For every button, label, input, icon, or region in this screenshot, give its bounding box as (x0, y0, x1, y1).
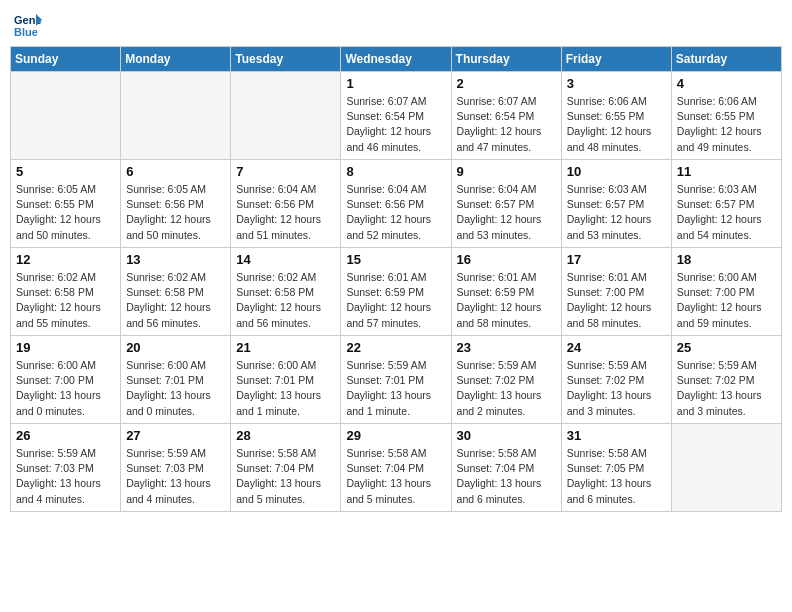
day-info: Sunrise: 5:59 AM Sunset: 7:01 PM Dayligh… (346, 358, 445, 419)
weekday-header-friday: Friday (561, 47, 671, 72)
day-info: Sunrise: 6:00 AM Sunset: 7:00 PM Dayligh… (16, 358, 115, 419)
calendar-cell: 21Sunrise: 6:00 AM Sunset: 7:01 PM Dayli… (231, 336, 341, 424)
day-number: 4 (677, 76, 776, 91)
calendar-cell: 5Sunrise: 6:05 AM Sunset: 6:55 PM Daylig… (11, 160, 121, 248)
day-number: 25 (677, 340, 776, 355)
day-number: 30 (457, 428, 556, 443)
day-info: Sunrise: 6:03 AM Sunset: 6:57 PM Dayligh… (677, 182, 776, 243)
day-info: Sunrise: 5:58 AM Sunset: 7:05 PM Dayligh… (567, 446, 666, 507)
calendar-cell: 29Sunrise: 5:58 AM Sunset: 7:04 PM Dayli… (341, 424, 451, 512)
calendar-cell: 13Sunrise: 6:02 AM Sunset: 6:58 PM Dayli… (121, 248, 231, 336)
calendar-cell: 23Sunrise: 5:59 AM Sunset: 7:02 PM Dayli… (451, 336, 561, 424)
day-number: 31 (567, 428, 666, 443)
calendar-cell (121, 72, 231, 160)
logo-icon: General Blue (14, 10, 42, 38)
day-info: Sunrise: 6:04 AM Sunset: 6:56 PM Dayligh… (346, 182, 445, 243)
calendar-cell (231, 72, 341, 160)
day-number: 19 (16, 340, 115, 355)
day-info: Sunrise: 5:58 AM Sunset: 7:04 PM Dayligh… (457, 446, 556, 507)
calendar-cell: 19Sunrise: 6:00 AM Sunset: 7:00 PM Dayli… (11, 336, 121, 424)
day-number: 15 (346, 252, 445, 267)
calendar-week-4: 19Sunrise: 6:00 AM Sunset: 7:00 PM Dayli… (11, 336, 782, 424)
day-number: 3 (567, 76, 666, 91)
day-info: Sunrise: 6:00 AM Sunset: 7:01 PM Dayligh… (236, 358, 335, 419)
day-info: Sunrise: 5:58 AM Sunset: 7:04 PM Dayligh… (236, 446, 335, 507)
calendar-cell: 17Sunrise: 6:01 AM Sunset: 7:00 PM Dayli… (561, 248, 671, 336)
weekday-header-tuesday: Tuesday (231, 47, 341, 72)
calendar-cell: 12Sunrise: 6:02 AM Sunset: 6:58 PM Dayli… (11, 248, 121, 336)
day-number: 7 (236, 164, 335, 179)
day-number: 11 (677, 164, 776, 179)
calendar-cell: 10Sunrise: 6:03 AM Sunset: 6:57 PM Dayli… (561, 160, 671, 248)
calendar-cell: 2Sunrise: 6:07 AM Sunset: 6:54 PM Daylig… (451, 72, 561, 160)
calendar-cell: 18Sunrise: 6:00 AM Sunset: 7:00 PM Dayli… (671, 248, 781, 336)
day-number: 13 (126, 252, 225, 267)
day-number: 23 (457, 340, 556, 355)
day-number: 6 (126, 164, 225, 179)
calendar-cell: 28Sunrise: 5:58 AM Sunset: 7:04 PM Dayli… (231, 424, 341, 512)
calendar-cell: 25Sunrise: 5:59 AM Sunset: 7:02 PM Dayli… (671, 336, 781, 424)
calendar-cell: 30Sunrise: 5:58 AM Sunset: 7:04 PM Dayli… (451, 424, 561, 512)
day-number: 20 (126, 340, 225, 355)
day-info: Sunrise: 5:58 AM Sunset: 7:04 PM Dayligh… (346, 446, 445, 507)
calendar-cell: 11Sunrise: 6:03 AM Sunset: 6:57 PM Dayli… (671, 160, 781, 248)
weekday-header-row: SundayMondayTuesdayWednesdayThursdayFrid… (11, 47, 782, 72)
day-number: 5 (16, 164, 115, 179)
calendar-cell: 14Sunrise: 6:02 AM Sunset: 6:58 PM Dayli… (231, 248, 341, 336)
day-info: Sunrise: 6:04 AM Sunset: 6:57 PM Dayligh… (457, 182, 556, 243)
day-info: Sunrise: 6:02 AM Sunset: 6:58 PM Dayligh… (236, 270, 335, 331)
weekday-header-sunday: Sunday (11, 47, 121, 72)
day-number: 16 (457, 252, 556, 267)
day-number: 10 (567, 164, 666, 179)
day-info: Sunrise: 6:02 AM Sunset: 6:58 PM Dayligh… (16, 270, 115, 331)
calendar-table: SundayMondayTuesdayWednesdayThursdayFrid… (10, 46, 782, 512)
day-number: 17 (567, 252, 666, 267)
calendar-cell: 8Sunrise: 6:04 AM Sunset: 6:56 PM Daylig… (341, 160, 451, 248)
day-info: Sunrise: 5:59 AM Sunset: 7:03 PM Dayligh… (16, 446, 115, 507)
day-info: Sunrise: 5:59 AM Sunset: 7:03 PM Dayligh… (126, 446, 225, 507)
calendar-week-5: 26Sunrise: 5:59 AM Sunset: 7:03 PM Dayli… (11, 424, 782, 512)
calendar-cell: 16Sunrise: 6:01 AM Sunset: 6:59 PM Dayli… (451, 248, 561, 336)
calendar-week-2: 5Sunrise: 6:05 AM Sunset: 6:55 PM Daylig… (11, 160, 782, 248)
day-info: Sunrise: 6:01 AM Sunset: 7:00 PM Dayligh… (567, 270, 666, 331)
calendar-cell (671, 424, 781, 512)
day-info: Sunrise: 6:00 AM Sunset: 7:00 PM Dayligh… (677, 270, 776, 331)
calendar-cell: 27Sunrise: 5:59 AM Sunset: 7:03 PM Dayli… (121, 424, 231, 512)
day-info: Sunrise: 5:59 AM Sunset: 7:02 PM Dayligh… (677, 358, 776, 419)
calendar-body: 1Sunrise: 6:07 AM Sunset: 6:54 PM Daylig… (11, 72, 782, 512)
day-info: Sunrise: 6:06 AM Sunset: 6:55 PM Dayligh… (677, 94, 776, 155)
day-number: 2 (457, 76, 556, 91)
day-info: Sunrise: 6:05 AM Sunset: 6:55 PM Dayligh… (16, 182, 115, 243)
day-number: 22 (346, 340, 445, 355)
day-info: Sunrise: 6:04 AM Sunset: 6:56 PM Dayligh… (236, 182, 335, 243)
day-number: 18 (677, 252, 776, 267)
calendar-cell: 20Sunrise: 6:00 AM Sunset: 7:01 PM Dayli… (121, 336, 231, 424)
weekday-header-thursday: Thursday (451, 47, 561, 72)
day-number: 14 (236, 252, 335, 267)
day-number: 8 (346, 164, 445, 179)
weekday-header-wednesday: Wednesday (341, 47, 451, 72)
day-number: 29 (346, 428, 445, 443)
day-info: Sunrise: 6:05 AM Sunset: 6:56 PM Dayligh… (126, 182, 225, 243)
calendar-cell: 15Sunrise: 6:01 AM Sunset: 6:59 PM Dayli… (341, 248, 451, 336)
page-header: General Blue (10, 10, 782, 38)
day-info: Sunrise: 6:07 AM Sunset: 6:54 PM Dayligh… (346, 94, 445, 155)
calendar-header: SundayMondayTuesdayWednesdayThursdayFrid… (11, 47, 782, 72)
day-number: 9 (457, 164, 556, 179)
calendar-week-3: 12Sunrise: 6:02 AM Sunset: 6:58 PM Dayli… (11, 248, 782, 336)
calendar-cell: 31Sunrise: 5:58 AM Sunset: 7:05 PM Dayli… (561, 424, 671, 512)
calendar-cell: 22Sunrise: 5:59 AM Sunset: 7:01 PM Dayli… (341, 336, 451, 424)
calendar-cell: 1Sunrise: 6:07 AM Sunset: 6:54 PM Daylig… (341, 72, 451, 160)
calendar-cell: 4Sunrise: 6:06 AM Sunset: 6:55 PM Daylig… (671, 72, 781, 160)
calendar-cell: 26Sunrise: 5:59 AM Sunset: 7:03 PM Dayli… (11, 424, 121, 512)
calendar-cell: 9Sunrise: 6:04 AM Sunset: 6:57 PM Daylig… (451, 160, 561, 248)
weekday-header-monday: Monday (121, 47, 231, 72)
calendar-cell: 3Sunrise: 6:06 AM Sunset: 6:55 PM Daylig… (561, 72, 671, 160)
day-info: Sunrise: 5:59 AM Sunset: 7:02 PM Dayligh… (457, 358, 556, 419)
day-number: 26 (16, 428, 115, 443)
day-info: Sunrise: 6:01 AM Sunset: 6:59 PM Dayligh… (457, 270, 556, 331)
svg-text:Blue: Blue (14, 26, 38, 38)
calendar-cell (11, 72, 121, 160)
day-number: 28 (236, 428, 335, 443)
day-number: 27 (126, 428, 225, 443)
